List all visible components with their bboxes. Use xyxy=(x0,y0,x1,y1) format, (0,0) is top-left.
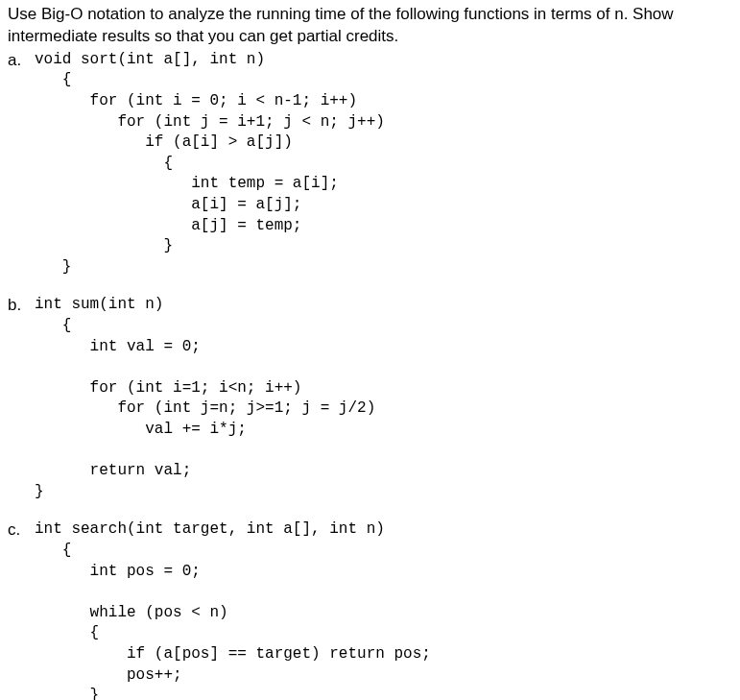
part-c: c. int search(int target, int a[], int n… xyxy=(8,519,732,700)
part-a-code: void sort(int a[], int n) { for (int i =… xyxy=(35,50,385,278)
part-b: b. int sum(int n) { int val = 0; for (in… xyxy=(8,295,732,502)
part-a-label: a. xyxy=(8,50,35,72)
part-c-code: int search(int target, int a[], int n) {… xyxy=(35,519,431,700)
part-c-label: c. xyxy=(8,519,35,542)
part-b-label: b. xyxy=(8,295,35,317)
part-a: a. void sort(int a[], int n) { for (int … xyxy=(8,50,732,278)
question-prompt: Use Big-O notation to analyze the runnin… xyxy=(8,4,732,48)
prompt-line-2: intermediate results so that you can get… xyxy=(8,27,398,45)
prompt-line-1: Use Big-O notation to analyze the runnin… xyxy=(8,5,674,23)
part-b-code: int sum(int n) { int val = 0; for (int i… xyxy=(35,295,375,502)
